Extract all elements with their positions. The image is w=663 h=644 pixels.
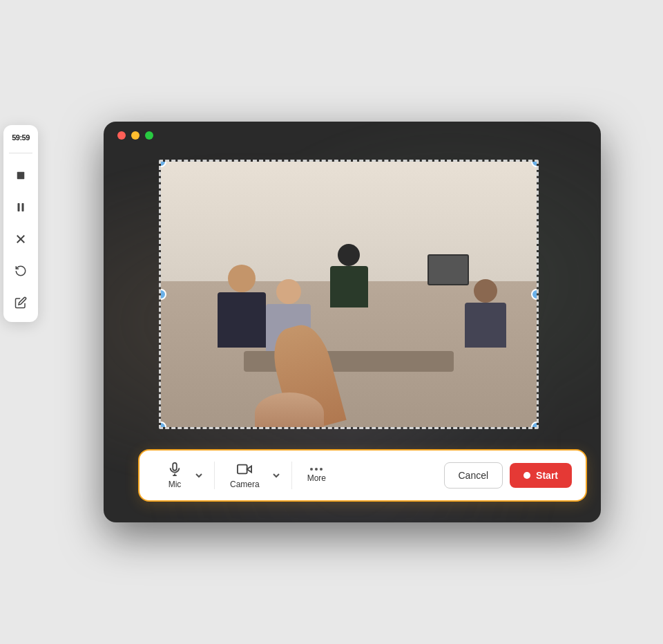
selection-area: [159, 160, 539, 429]
monitor: [427, 254, 469, 285]
minimize-dot[interactable]: [131, 131, 140, 140]
divider-1: [9, 153, 32, 153]
handle-middle-right[interactable]: [531, 289, 539, 300]
separator-2: [291, 462, 292, 489]
close-dot[interactable]: [117, 131, 126, 140]
edit-button[interactable]: [10, 292, 32, 314]
camera-chevron[interactable]: [269, 468, 283, 482]
svg-rect-3: [238, 465, 247, 474]
app-container: Mic Camera: [48, 87, 615, 557]
action-buttons: Cancel Start: [444, 462, 573, 489]
person-figure: [330, 244, 368, 307]
bottom-toolbar: Mic Camera: [138, 449, 587, 502]
camera-icon: [237, 462, 252, 477]
mic-icon: [167, 462, 182, 477]
mic-chevron[interactable]: [192, 468, 206, 482]
more-icon: [310, 468, 323, 471]
mic-label: Mic: [169, 480, 182, 489]
cancel-button[interactable]: Cancel: [444, 462, 503, 489]
separator-1: [214, 462, 215, 489]
record-indicator: [523, 472, 530, 479]
left-toolbar: 59:59: [3, 125, 38, 322]
person-figure: [218, 265, 266, 348]
screen-window: Mic Camera: [104, 122, 601, 522]
maximize-dot[interactable]: [145, 131, 153, 140]
pause-button[interactable]: [10, 196, 32, 218]
meeting-scene: [161, 162, 537, 427]
svg-rect-5: [18, 203, 20, 211]
more-label: More: [307, 473, 326, 483]
camera-button[interactable]: Camera: [223, 457, 267, 493]
stop-button[interactable]: [10, 164, 32, 187]
person-figure: [465, 279, 506, 348]
start-button[interactable]: Start: [510, 463, 572, 488]
close-button[interactable]: [10, 228, 32, 250]
reset-button[interactable]: [10, 260, 32, 282]
timer-display: 59:59: [12, 133, 30, 142]
more-button[interactable]: More: [300, 464, 333, 487]
start-label: Start: [536, 470, 558, 481]
svg-rect-6: [22, 203, 24, 211]
svg-rect-4: [17, 172, 25, 180]
window-chrome: [117, 131, 153, 140]
handle-bottom-right[interactable]: [531, 422, 539, 429]
camera-label: Camera: [230, 480, 260, 489]
mic-button[interactable]: Mic: [160, 457, 189, 493]
svg-rect-0: [173, 463, 177, 471]
control-group: Mic Camera: [153, 457, 444, 493]
